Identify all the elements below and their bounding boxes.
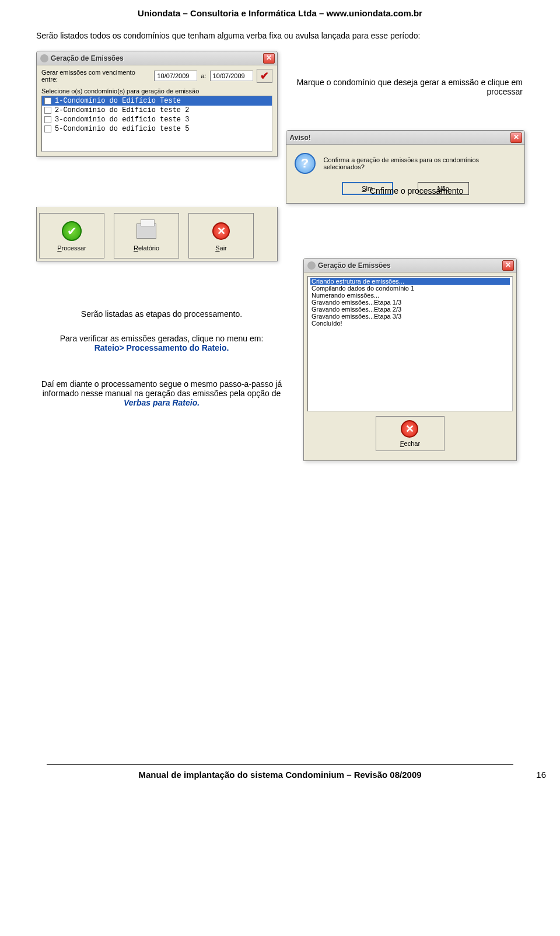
close-icon[interactable]: ✕ xyxy=(510,132,522,143)
list-item[interactable]: 1-Condomínio do Edifício Teste xyxy=(42,96,272,106)
verbas-text: Verbas para Rateio. xyxy=(124,398,200,407)
page-footer: Manual de implantação do sistema Condomi… xyxy=(47,764,513,783)
list-item: Compilando dados do condomínio 1 xyxy=(310,285,510,292)
list-item: Gravando emissões...Etapa 1/3 xyxy=(310,299,510,306)
fechar-button[interactable]: ✕ Fechar xyxy=(376,416,444,451)
progress-window: Geração de Emissões ✕ Criando estrutura … xyxy=(303,258,517,461)
emissoes-button-bar: ✔ Processar Relatório ✕ Sair xyxy=(36,207,278,261)
verificar-text: Para verificar as emissões geradas, cliq… xyxy=(60,334,264,343)
date-from-input[interactable] xyxy=(154,71,197,81)
list-item: Gravando emissões...Etapa 3/3 xyxy=(310,313,510,320)
emissoes-titlebar[interactable]: Geração de Emissões ✕ xyxy=(37,51,277,65)
page-number: 16 xyxy=(536,770,546,780)
sair-button[interactable]: ✕ Sair xyxy=(188,213,254,259)
gerar-label: Gerar emissões com vencimento entre: xyxy=(41,69,150,83)
emissoes-window: Geração de Emissões ✕ Gerar emissões com… xyxy=(36,51,278,157)
close-icon[interactable]: ✕ xyxy=(263,53,275,64)
a-label: a: xyxy=(201,72,206,79)
aviso-message: Confirma a geração de emissões para os c… xyxy=(324,153,517,170)
cancel-icon: ✕ xyxy=(212,222,230,240)
window-icon xyxy=(40,54,48,62)
question-icon: ? xyxy=(295,153,316,174)
window-icon xyxy=(307,261,316,270)
verificar-path: Rateio> Processamento do Rateio. xyxy=(94,343,229,352)
dai-text: Daí em diante o processamento segue o me… xyxy=(41,379,282,398)
intro-text: Serão listados todos os condomínios que … xyxy=(36,31,525,40)
aviso-titlebar[interactable]: Aviso! ✕ xyxy=(286,131,525,145)
condominios-listbox[interactable]: 1-Condomínio do Edifício Teste 2-Condomi… xyxy=(41,96,272,152)
date-to-input[interactable] xyxy=(210,71,253,81)
aviso-title: Aviso! xyxy=(290,134,311,142)
list-item[interactable]: 3-condominio do edificio teste 3 xyxy=(42,115,272,124)
list-item: Gravando emissões...Etapa 2/3 xyxy=(310,306,510,313)
confirm-text: Cnfirme o processamento xyxy=(294,186,525,195)
marque-text: Marque o condomínio que deseja gerar a e… xyxy=(294,78,525,96)
progress-title: Geração de Emissões xyxy=(318,261,391,270)
page-header: Uniondata – Consultoria e Informática Lt… xyxy=(0,0,560,31)
printer-icon xyxy=(136,223,156,239)
close-icon[interactable]: ✕ xyxy=(502,260,514,271)
list-item[interactable]: 2-Condominio do Edificio teste 2 xyxy=(42,106,272,115)
cancel-icon: ✕ xyxy=(401,420,418,438)
checkbox-icon[interactable] xyxy=(44,116,51,123)
processar-button[interactable]: ✔ Processar xyxy=(39,213,104,259)
checkbox-icon[interactable] xyxy=(44,97,51,104)
progress-titlebar[interactable]: Geração de Emissões ✕ xyxy=(304,259,516,273)
confirm-dates-button[interactable]: ✔ xyxy=(257,69,272,83)
check-icon: ✔ xyxy=(62,221,82,241)
list-item: Numerando emissões... xyxy=(310,292,510,299)
checkbox-icon[interactable] xyxy=(44,125,51,132)
selecione-label: Selecione o(s) condomínio(s) para geraçã… xyxy=(41,88,272,95)
relatorio-button[interactable]: Relatório xyxy=(114,213,179,259)
emissoes-title: Geração de Emissões xyxy=(51,54,124,62)
list-item: Concluído! xyxy=(310,320,510,327)
list-item: Criando estrutura de emissões... xyxy=(310,278,510,285)
progress-list: Criando estrutura de emissões... Compila… xyxy=(307,276,513,411)
checkbox-icon[interactable] xyxy=(44,107,51,114)
etapas-text: Serão listadas as etapas do processament… xyxy=(36,309,287,319)
list-item[interactable]: 5-Condominio do edificio teste 5 xyxy=(42,124,272,134)
